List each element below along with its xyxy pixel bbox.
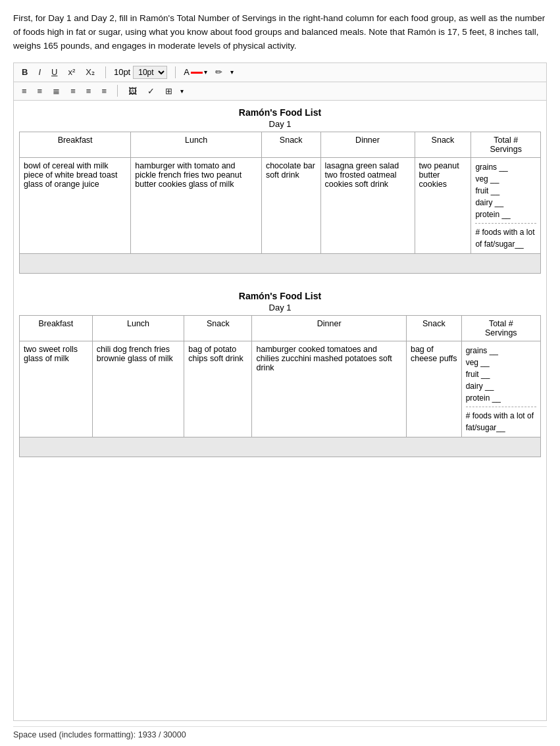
align-left-button[interactable]: ≡ bbox=[68, 85, 78, 97]
table2-snack1[interactable]: bag of potato chips soft drink bbox=[184, 341, 252, 437]
table1-total[interactable]: grains __ veg __ fruit __ dairy __ prote… bbox=[471, 157, 541, 253]
toolbar-separator2 bbox=[175, 66, 176, 78]
table1-dairy: dairy __ bbox=[475, 198, 503, 207]
table2-veg: veg __ bbox=[466, 358, 490, 367]
toolbar-separator bbox=[105, 66, 106, 78]
font-size-control: 10pt 10pt 12pt 14pt bbox=[114, 66, 167, 79]
font-size-label: 10pt bbox=[114, 67, 130, 77]
table1-col-snack1: Snack bbox=[261, 132, 320, 157]
table2-col-total: Total #Servings bbox=[461, 315, 540, 341]
food-table-2-wrapper: Ramón's Food List Day 1 Breakfast Lunch … bbox=[19, 291, 541, 457]
table2-fruit: fruit __ bbox=[466, 370, 490, 379]
toolbar-row2: ≡ ≡ ≣ ≡ ≡ ≡ 🖼 ✓ ⊞ ▾ bbox=[13, 82, 547, 100]
table1-dashed bbox=[475, 223, 536, 224]
toolbar-separator3 bbox=[117, 85, 118, 97]
italic-button[interactable]: I bbox=[36, 66, 43, 78]
food-table-1: Breakfast Lunch Snack Dinner Snack Total… bbox=[19, 132, 541, 274]
page: First, for Day 1 and Day 2, fill in Ramó… bbox=[0, 0, 560, 746]
font-color-button[interactable]: A ▾ bbox=[184, 67, 207, 77]
table2-snack2[interactable]: bag of cheese puffs bbox=[406, 341, 461, 437]
align-right-button[interactable]: ≡ bbox=[99, 85, 109, 97]
subscript-button[interactable]: X₂ bbox=[83, 66, 97, 78]
table1-dinner[interactable]: lasagna green salad two frosted oatmeal … bbox=[320, 157, 415, 253]
table1-snack1[interactable]: chocolate bar soft drink bbox=[261, 157, 320, 253]
table2-data-row: two sweet rolls glass of milk chili dog … bbox=[20, 341, 541, 437]
table1-col-total: Total #Servings bbox=[471, 132, 541, 157]
toolbar-row1: B I U x² X₂ 10pt 10pt 12pt 14pt A ▾ ✏ ▾ bbox=[13, 62, 547, 82]
table1-protein: protein __ bbox=[475, 210, 510, 219]
table1-snack2[interactable]: two peanut butter cookies bbox=[415, 157, 471, 253]
list-number-button[interactable]: ≡ bbox=[35, 85, 45, 97]
table2-col-lunch: Lunch bbox=[92, 315, 184, 341]
table2-col-snack2: Snack bbox=[406, 315, 461, 341]
table2-total[interactable]: grains __ veg __ fruit __ dairy __ prote… bbox=[461, 341, 540, 437]
table2-protein: protein __ bbox=[466, 393, 501, 403]
bold-button[interactable]: B bbox=[19, 66, 30, 78]
font-size-select[interactable]: 10pt 12pt 14pt bbox=[133, 66, 167, 79]
table1-veg: veg __ bbox=[475, 174, 499, 184]
list-bullet-button[interactable]: ≡ bbox=[19, 85, 30, 97]
table1-col-lunch: Lunch bbox=[131, 132, 262, 157]
table2-title: Ramón's Food List bbox=[19, 291, 541, 301]
intro-paragraph: First, for Day 1 and Day 2, fill in Ramó… bbox=[13, 12, 547, 53]
table2-col-snack1: Snack bbox=[184, 315, 252, 341]
table1-foods-label: # foods with a lot of fat/sugar__ bbox=[475, 228, 534, 249]
table-gap bbox=[19, 286, 541, 291]
table2-col-breakfast: Breakfast bbox=[20, 315, 93, 341]
table2-spacer-row bbox=[20, 437, 541, 457]
color-underline bbox=[191, 72, 203, 74]
underline-button[interactable]: U bbox=[49, 66, 60, 78]
food-table-2: Breakfast Lunch Snack Dinner Snack Total… bbox=[19, 315, 541, 457]
chevron-down-icon[interactable]: ▾ bbox=[204, 68, 207, 76]
table1-breakfast[interactable]: bowl of cereal with milk piece of white … bbox=[20, 157, 131, 253]
table1-data-row: bowl of cereal with milk piece of white … bbox=[20, 157, 541, 253]
table1-col-breakfast: Breakfast bbox=[20, 132, 131, 157]
table2-spacer bbox=[20, 437, 541, 457]
table2-dairy: dairy __ bbox=[466, 382, 494, 391]
chevron-down-icon3[interactable]: ▾ bbox=[180, 87, 184, 95]
image-button[interactable]: 🖼 bbox=[126, 85, 140, 97]
table2-dinner[interactable]: hamburger cooked tomatoes and chilies zu… bbox=[252, 341, 406, 437]
chevron-down-icon2[interactable]: ▾ bbox=[230, 68, 234, 76]
table2-header-row: Breakfast Lunch Snack Dinner Snack Total… bbox=[20, 315, 541, 341]
status-text: Space used (includes formatting): 1933 /… bbox=[13, 730, 186, 739]
table1-title: Ramón's Food List bbox=[19, 107, 541, 118]
font-color-label: A bbox=[184, 67, 190, 77]
indent-button[interactable]: ≣ bbox=[50, 85, 63, 97]
table1-header-row: Breakfast Lunch Snack Dinner Snack Total… bbox=[20, 132, 541, 157]
table2-subtitle: Day 1 bbox=[19, 303, 541, 312]
table1-spacer-row bbox=[20, 253, 541, 273]
table2-breakfast[interactable]: two sweet rolls glass of milk bbox=[20, 341, 93, 437]
pencil-button[interactable]: ✏ bbox=[213, 66, 225, 78]
check-button[interactable]: ✓ bbox=[145, 85, 157, 97]
table1-spacer bbox=[20, 253, 541, 273]
table2-dashed bbox=[466, 407, 536, 407]
table2-foods-label: # foods with a lot of fat/sugar__ bbox=[466, 411, 534, 432]
table1-grains: grains __ bbox=[475, 162, 507, 172]
table-button[interactable]: ⊞ bbox=[163, 85, 175, 97]
status-bar: Space used (includes formatting): 1933 /… bbox=[13, 726, 547, 739]
editor-area[interactable]: Ramón's Food List Day 1 Breakfast Lunch … bbox=[13, 100, 547, 721]
table2-grains: grains __ bbox=[466, 346, 498, 355]
table2-lunch[interactable]: chili dog french fries brownie glass of … bbox=[92, 341, 184, 437]
food-table-1-wrapper: Ramón's Food List Day 1 Breakfast Lunch … bbox=[19, 107, 541, 274]
table1-subtitle: Day 1 bbox=[19, 119, 541, 129]
table2-col-dinner: Dinner bbox=[252, 315, 406, 341]
superscript-button[interactable]: x² bbox=[65, 66, 78, 78]
table1-lunch[interactable]: hamburger with tomato and pickle french … bbox=[131, 157, 262, 253]
table1-col-snack2: Snack bbox=[415, 132, 471, 157]
table1-col-dinner: Dinner bbox=[320, 132, 415, 157]
align-center-button[interactable]: ≡ bbox=[84, 85, 94, 97]
table1-fruit: fruit __ bbox=[475, 186, 499, 195]
